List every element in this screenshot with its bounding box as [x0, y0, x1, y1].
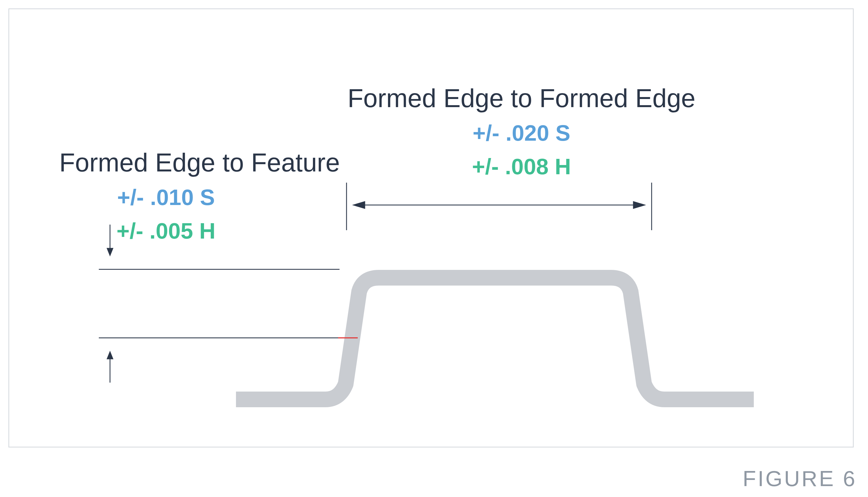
right-tol-h: +/- .008 H [472, 154, 571, 179]
svg-marker-1 [107, 248, 113, 255]
right-title: Formed Edge to Formed Edge [348, 84, 695, 112]
left-tol-h: +/- .005 H [116, 218, 216, 243]
svg-marker-5 [354, 202, 365, 208]
diagram-frame: Formed Edge to Feature +/- .010 S +/- .0… [9, 9, 854, 448]
figure-label: FIGURE 6 [743, 466, 857, 492]
svg-marker-3 [107, 352, 113, 359]
left-tol-s: +/- .010 S [117, 185, 215, 210]
right-tol-s: +/- .020 S [472, 120, 570, 145]
profile-shape [236, 278, 754, 399]
vert-arrow-down [107, 225, 113, 255]
svg-marker-6 [633, 202, 645, 208]
left-title: Formed Edge to Feature [59, 148, 340, 177]
horiz-dimension-arrow [354, 202, 645, 208]
diagram-svg: Formed Edge to Feature +/- .010 S +/- .0… [9, 9, 855, 448]
vert-arrow-up [107, 352, 113, 383]
